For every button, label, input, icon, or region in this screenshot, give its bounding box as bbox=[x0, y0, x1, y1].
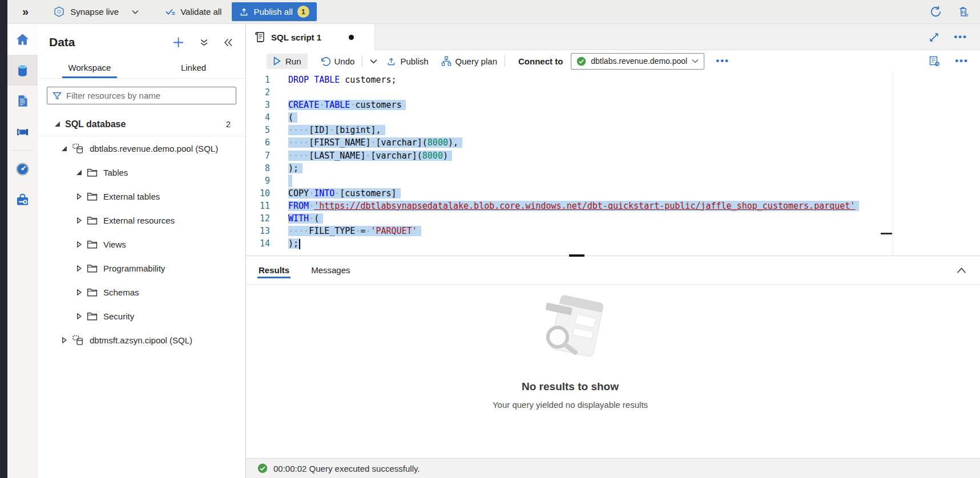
selection-highlight: CREATE·TABLE·customers bbox=[288, 100, 406, 110]
validate-check-icon bbox=[165, 6, 176, 17]
code-line-10[interactable]: 10COPY·INTO·[customers] bbox=[246, 187, 980, 200]
code-line-9[interactable]: 9 bbox=[246, 175, 980, 187]
expanded-triangle-icon[interactable] bbox=[76, 169, 82, 176]
toolbar-more-icon[interactable]: ••• bbox=[716, 55, 729, 67]
tree-row-sql-database[interactable]: SQL database2 bbox=[38, 112, 245, 136]
nav-manage-button[interactable] bbox=[7, 184, 38, 215]
no-results-illustration bbox=[522, 294, 619, 369]
validate-all-button[interactable]: Validate all bbox=[165, 6, 221, 17]
selection-highlight: ); bbox=[288, 163, 303, 173]
tree-row-security[interactable]: Security bbox=[38, 304, 245, 328]
collapsed-triangle-icon[interactable] bbox=[76, 289, 82, 295]
results-pane: Results Messages No results to show Your… bbox=[246, 256, 980, 458]
results-tab-row: Results Messages bbox=[246, 256, 980, 285]
code-line-14[interactable]: 14); bbox=[246, 237, 980, 250]
line-text: ····FILE_TYPE·=·'PARQUET' bbox=[288, 225, 421, 237]
code-line-3[interactable]: 3CREATE·TABLE·customers bbox=[246, 99, 980, 111]
tree-row-schemas[interactable]: Schemas bbox=[38, 280, 245, 304]
nav-integrate-button[interactable] bbox=[7, 116, 38, 147]
collapse-all-icon[interactable] bbox=[200, 38, 208, 47]
tab-linked[interactable]: Linked bbox=[142, 58, 245, 78]
expanded-triangle-icon[interactable] bbox=[54, 121, 61, 127]
pane-splitter-handle[interactable] bbox=[569, 254, 584, 257]
collapse-panel-icon[interactable] bbox=[224, 38, 233, 47]
tree-row-external-tables[interactable]: External tables bbox=[38, 184, 245, 208]
refresh-icon[interactable] bbox=[929, 5, 942, 18]
code-line-13[interactable]: 13····FILE_TYPE·=·'PARQUET' bbox=[246, 225, 980, 237]
top-bar: » Synapse live Validate all Publish all … bbox=[7, 0, 980, 24]
filter-resources-input[interactable] bbox=[66, 91, 231, 100]
nav-monitor-button[interactable] bbox=[7, 153, 38, 184]
add-resource-icon[interactable] bbox=[172, 37, 184, 48]
line-number: 11 bbox=[246, 200, 275, 212]
tree-row-external-resources[interactable]: External resources bbox=[38, 208, 245, 232]
nav-data-button[interactable] bbox=[7, 55, 38, 86]
tree-row-dbtmsft-azsyn-cipool-sql[interactable]: dbtmsft.azsyn.cipool (SQL) bbox=[38, 328, 245, 352]
run-button[interactable]: Run bbox=[267, 54, 308, 69]
tree-row-label: Security bbox=[103, 311, 134, 321]
monitor-icon bbox=[15, 161, 30, 177]
upload-icon bbox=[239, 7, 249, 17]
tab-more-actions-icon[interactable]: ••• bbox=[954, 31, 967, 43]
panel-title: Data bbox=[49, 35, 75, 49]
line-number: 4 bbox=[246, 111, 275, 124]
code-line-11[interactable]: 11FROM·'https://dbtlabsynapsedatalake.bl… bbox=[246, 200, 980, 212]
code-line-5[interactable]: 5····[ID]·[bigint], bbox=[246, 124, 980, 136]
collapse-results-chevron-icon[interactable] bbox=[957, 267, 966, 274]
tab-sql-script-1[interactable]: SQL script 1 bbox=[246, 24, 375, 50]
data-icon bbox=[15, 63, 30, 78]
tree-row-tables[interactable]: Tables bbox=[38, 160, 245, 184]
code-editor[interactable]: 1DROP TABLE customers;23CREATE·TABLE·cus… bbox=[246, 72, 980, 256]
tree-row-dbtlabs-revenue-demo-pool-sql[interactable]: dbtlabs.revenue.demo.pool (SQL) bbox=[38, 136, 245, 160]
collapsed-triangle-icon[interactable] bbox=[76, 265, 82, 272]
selection-highlight: ····FILE_TYPE·=·'PARQUET' bbox=[288, 226, 421, 236]
editor-toolbar: Run Undo Publish bbox=[246, 50, 980, 72]
expand-menu-icon[interactable]: » bbox=[22, 5, 29, 18]
tree-row-label: Tables bbox=[103, 168, 128, 177]
line-text: ····[ID]·[bigint], bbox=[288, 124, 385, 136]
collapsed-triangle-icon[interactable] bbox=[76, 193, 82, 200]
tree-row-views[interactable]: Views bbox=[38, 232, 245, 256]
expand-editor-icon[interactable] bbox=[929, 33, 939, 42]
pool-select-dropdown[interactable]: dbtlabs.revenue.demo.pool bbox=[571, 53, 704, 70]
tab-workspace[interactable]: Workspace bbox=[38, 58, 142, 78]
tab-messages[interactable]: Messages bbox=[310, 257, 351, 283]
tree-row-programmability[interactable]: Programmability bbox=[38, 256, 245, 280]
collapsed-triangle-icon[interactable] bbox=[76, 313, 82, 319]
tab-results[interactable]: Results bbox=[257, 257, 291, 283]
run-label: Run bbox=[285, 56, 301, 66]
empty-title: No results to show bbox=[522, 380, 619, 393]
nav-home-button[interactable] bbox=[7, 24, 38, 55]
code-line-8[interactable]: 8); bbox=[246, 162, 980, 175]
properties-icon[interactable] bbox=[929, 55, 940, 67]
collapsed-triangle-icon[interactable] bbox=[61, 337, 67, 343]
tree-row-label: dbtmsft.azsyn.cipool (SQL) bbox=[90, 335, 192, 345]
code-line-7[interactable]: 7····[LAST_NAME]·[varchar](8000) bbox=[246, 149, 980, 162]
expanded-triangle-icon[interactable] bbox=[61, 145, 67, 152]
nav-develop-button[interactable] bbox=[7, 86, 38, 116]
status-message: 00:00:02 Query executed successfully. bbox=[273, 464, 420, 473]
publish-all-button[interactable]: Publish all 1 bbox=[232, 2, 316, 21]
publish-button[interactable]: Publish bbox=[386, 56, 428, 66]
line-number: 10 bbox=[246, 187, 275, 200]
code-line-12[interactable]: 12WITH·( bbox=[246, 212, 980, 225]
editor-scrollbar-track[interactable] bbox=[893, 72, 893, 256]
line-number: 7 bbox=[246, 149, 275, 162]
tree-count-badge: 2 bbox=[226, 119, 231, 129]
editor-more-icon[interactable]: ••• bbox=[955, 55, 969, 67]
collapsed-triangle-icon[interactable] bbox=[76, 217, 82, 224]
connect-to-label: Connect to bbox=[518, 56, 563, 66]
tree-row-label: Programmability bbox=[103, 264, 165, 273]
synapse-mode-dropdown[interactable]: Synapse live bbox=[53, 6, 139, 18]
code-line-6[interactable]: 6····[FIRST_NAME]·[varchar](8000), bbox=[246, 136, 980, 149]
collapsed-triangle-icon[interactable] bbox=[76, 241, 82, 248]
run-options-chevron[interactable] bbox=[370, 59, 377, 64]
tree-row-label: External resources bbox=[103, 216, 175, 225]
code-line-2[interactable]: 2 bbox=[246, 86, 980, 99]
discard-trash-icon[interactable] bbox=[957, 5, 970, 18]
query-plan-button[interactable]: Query plan bbox=[441, 56, 497, 66]
code-line-4[interactable]: 4( bbox=[246, 111, 980, 124]
code-line-1[interactable]: 1DROP TABLE customers; bbox=[246, 74, 980, 86]
undo-button[interactable]: Undo bbox=[320, 56, 355, 66]
develop-icon bbox=[15, 94, 30, 108]
